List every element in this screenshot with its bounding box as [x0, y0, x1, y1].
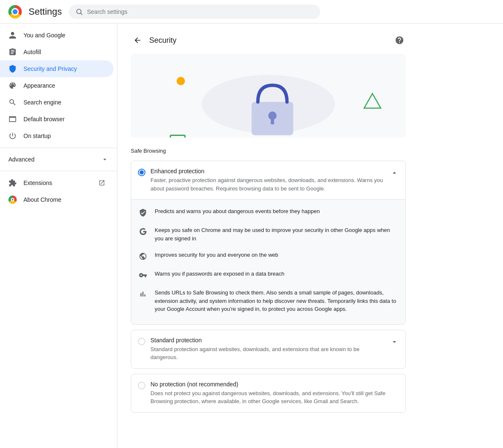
sidebar-divider	[0, 148, 117, 148]
shield-check-icon	[138, 208, 148, 218]
detail-text-2: Keeps you safe on Chrome and may be used…	[155, 226, 399, 242]
detail-item-5: Sends URLs to Safe Browsing to check the…	[138, 284, 399, 318]
enhanced-protection-content: Enhanced protection Faster, proactive pr…	[150, 168, 385, 193]
standard-protection-content: Standard protection Standard protection …	[150, 337, 385, 362]
detail-item-4: Warns you if passwords are exposed in a …	[138, 266, 399, 284]
hero-illustration	[131, 54, 406, 138]
search-engine-icon	[8, 98, 17, 107]
standard-chevron-down-icon	[390, 338, 399, 346]
enhanced-protection-title: Enhanced protection	[150, 168, 385, 175]
sidebar-item-about-chrome[interactable]: About Chrome	[0, 191, 114, 208]
no-protection-radio[interactable]	[138, 382, 145, 389]
hero-svg	[131, 54, 406, 138]
sidebar-item-extensions[interactable]: Extensions	[0, 175, 114, 191]
enhanced-radio[interactable]	[138, 169, 145, 176]
detail-text-5: Sends URLs to Safe Browsing to check the…	[155, 289, 399, 313]
back-button[interactable]	[131, 34, 144, 47]
sidebar-item-search-engine[interactable]: Search engine	[0, 94, 114, 111]
clipboard-icon	[8, 48, 17, 56]
safe-browsing-label: Safe Browsing	[131, 148, 406, 154]
page-title: Security	[149, 36, 176, 45]
standard-radio[interactable]	[138, 338, 145, 345]
standard-protection-option: Standard protection Standard protection …	[131, 330, 406, 369]
advanced-label: Advanced	[8, 156, 34, 163]
app-container: Settings You and Google Autofil	[0, 0, 503, 448]
sidebar-item-on-startup[interactable]: On startup	[0, 128, 114, 144]
search-icon	[75, 8, 83, 16]
svg-line-1	[80, 13, 82, 15]
enhanced-chevron-up-icon	[390, 169, 399, 177]
standard-protection-title: Standard protection	[150, 337, 385, 344]
external-link-icon	[99, 180, 105, 186]
svg-rect-5	[271, 119, 274, 125]
search-input[interactable]	[87, 8, 314, 15]
sidebar: You and Google Autofill Security and Pri…	[0, 23, 117, 448]
page-header-left: Security	[131, 34, 176, 47]
main-content: Security	[117, 23, 503, 448]
browser-icon	[8, 115, 17, 123]
enhanced-protection-desc: Faster, proactive protection against dan…	[150, 176, 385, 193]
no-protection-header[interactable]: No protection (not recommended) Does not…	[131, 374, 405, 412]
sidebar-label-appearance: Appearance	[23, 82, 55, 89]
detail-text-1: Predicts and warns you about dangerous e…	[155, 207, 399, 216]
no-protection-content: No protection (not recommended) Does not…	[150, 381, 399, 406]
detail-item-3: Improves security for you and everyone o…	[138, 247, 399, 266]
sidebar-item-security-and-privacy[interactable]: Security and Privacy	[0, 60, 114, 77]
globe-icon	[138, 251, 148, 261]
enhanced-protection-header[interactable]: Enhanced protection Faster, proactive pr…	[131, 161, 405, 199]
page-header: Security	[131, 34, 406, 47]
sidebar-label-about-chrome: About Chrome	[23, 196, 61, 203]
svg-point-0	[77, 9, 81, 14]
sidebar-label-you-and-google: You and Google	[23, 32, 65, 39]
detail-text-3: Improves security for you and everyone o…	[155, 251, 399, 259]
standard-protection-desc: Standard protection against websites, do…	[150, 345, 385, 362]
detail-item-2: Keeps you safe on Chrome and may be used…	[138, 222, 399, 247]
no-protection-desc: Does not protect you against dangerous w…	[150, 389, 399, 406]
chrome-logo	[8, 5, 22, 18]
svg-rect-7	[170, 135, 185, 138]
person-icon	[8, 31, 17, 39]
bar-chart-icon	[138, 289, 148, 299]
no-protection-option: No protection (not recommended) Does not…	[131, 374, 406, 413]
sidebar-label-on-startup: On startup	[23, 133, 51, 139]
detail-text-4: Warns you if passwords are exposed in a …	[155, 270, 399, 278]
standard-protection-header[interactable]: Standard protection Standard protection …	[131, 330, 405, 368]
svg-point-6	[176, 77, 185, 85]
main-area: You and Google Autofill Security and Pri…	[0, 23, 503, 448]
palette-icon	[8, 81, 17, 90]
sidebar-divider-2	[0, 171, 117, 171]
key-icon	[138, 270, 148, 280]
sidebar-label-autofill: Autofill	[23, 49, 41, 55]
sidebar-label-security-and-privacy: Security and Privacy	[23, 65, 77, 72]
shield-icon	[8, 65, 17, 73]
search-bar	[69, 5, 320, 19]
enhanced-protection-details: Predicts and warns you about dangerous e…	[131, 199, 405, 324]
detail-item-1: Predicts and warns you about dangerous e…	[138, 203, 399, 222]
no-protection-title: No protection (not recommended)	[150, 381, 399, 388]
sidebar-advanced-header[interactable]: Advanced	[0, 151, 117, 167]
svg-marker-12	[364, 94, 381, 108]
topbar: Settings	[0, 0, 503, 23]
sidebar-label-search-engine: Search engine	[23, 99, 61, 106]
google-g-icon	[138, 227, 148, 237]
about-chrome-icon	[8, 195, 17, 204]
sidebar-label-extensions: Extensions	[23, 180, 52, 186]
enhanced-protection-option: Enhanced protection Faster, proactive pr…	[131, 161, 406, 325]
puzzle-icon	[8, 179, 17, 187]
power-icon	[8, 132, 17, 140]
sidebar-item-default-browser[interactable]: Default browser	[0, 111, 114, 128]
sidebar-item-autofill[interactable]: Autofill	[0, 44, 114, 60]
sidebar-item-appearance[interactable]: Appearance	[0, 77, 114, 94]
sidebar-label-default-browser: Default browser	[23, 116, 65, 122]
sidebar-item-you-and-google[interactable]: You and Google	[0, 27, 114, 44]
chevron-down-icon	[101, 156, 109, 163]
app-title: Settings	[29, 6, 62, 17]
help-button[interactable]	[393, 34, 406, 47]
